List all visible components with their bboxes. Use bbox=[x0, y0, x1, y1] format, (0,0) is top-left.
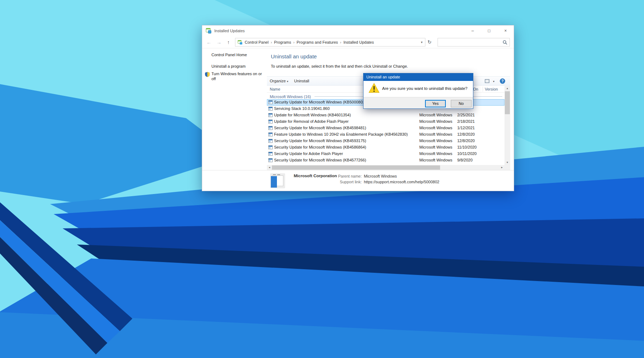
cell-program: Microsoft Windows bbox=[419, 132, 452, 136]
cell-installed-on: 10/11/2020 bbox=[457, 151, 477, 156]
cell-name: Security Update for Adobe Flash Player bbox=[274, 151, 343, 156]
table-row[interactable]: Feature Update to Windows 10 20H2 via En… bbox=[267, 131, 504, 138]
maximize-button[interactable]: □ bbox=[481, 25, 497, 36]
cell-installed-on: 1/12/2021 bbox=[457, 126, 475, 130]
breadcrumb-separator-icon: › bbox=[293, 40, 294, 44]
cell-name: Security Update for Microsoft Windows (K… bbox=[274, 158, 366, 162]
cell-installed-on: 12/8/2020 bbox=[457, 139, 475, 143]
update-item-icon bbox=[268, 132, 273, 136]
cell-program: Microsoft Windows bbox=[419, 119, 452, 124]
table-row[interactable]: Security Update for Adobe Flash PlayerMi… bbox=[267, 151, 504, 157]
desktop: Installed Updates – □ × ← → ↑ Control Pa… bbox=[0, 0, 644, 358]
minimize-button[interactable]: – bbox=[464, 25, 481, 36]
horizontal-scrollbar-thumb[interactable] bbox=[272, 165, 440, 170]
table-row[interactable]: Update for Removal of Adobe Flash Player… bbox=[267, 118, 504, 125]
refresh-icon[interactable]: ↻ bbox=[428, 39, 431, 45]
uninstall-button[interactable]: Uninstall bbox=[294, 79, 309, 83]
organize-button[interactable]: Organize ▾ bbox=[270, 79, 288, 83]
uac-shield-icon bbox=[205, 72, 210, 77]
cell-name: Security Update for Microsoft Windows (K… bbox=[274, 145, 366, 149]
scrollbar-corner bbox=[504, 165, 510, 170]
update-item-icon bbox=[268, 145, 273, 149]
organize-dropdown-icon: ▾ bbox=[287, 80, 288, 83]
update-item-icon bbox=[268, 152, 273, 156]
title-bar[interactable]: Installed Updates – □ × bbox=[202, 25, 514, 36]
warning-icon bbox=[369, 83, 380, 93]
installed-updates-app-icon bbox=[206, 28, 211, 34]
cell-installed-on: 12/8/2020 bbox=[457, 132, 475, 136]
breadcrumb-item[interactable]: Installed Updates bbox=[343, 40, 374, 44]
table-row[interactable]: Update for Microsoft Windows (KB4601354)… bbox=[267, 112, 504, 118]
cell-installed-on: 2/18/2021 bbox=[457, 119, 475, 124]
update-item-icon bbox=[268, 120, 273, 124]
scroll-left-icon[interactable]: ◄ bbox=[267, 165, 272, 170]
cell-program: Microsoft Windows bbox=[419, 158, 452, 162]
details-pane-separator bbox=[202, 170, 514, 170]
view-dropdown-icon[interactable]: ▾ bbox=[493, 80, 494, 83]
navigation-bar: ← → ↑ Control Panel›Programs›Programs an… bbox=[202, 36, 514, 48]
yes-button[interactable]: Yes bbox=[425, 100, 446, 107]
column-header-version[interactable]: Version bbox=[485, 87, 498, 91]
cell-program: Microsoft Windows bbox=[419, 151, 452, 156]
breadcrumb: Control Panel›Programs›Programs and Feat… bbox=[245, 40, 420, 44]
back-icon[interactable]: ← bbox=[206, 39, 211, 45]
cell-program: Microsoft Windows bbox=[419, 139, 452, 143]
breadcrumb-item[interactable]: Programs bbox=[274, 40, 291, 44]
table-row[interactable]: Security Update for Microsoft Windows (K… bbox=[267, 144, 504, 151]
group-header-label: Microsoft Windows (16) bbox=[270, 95, 311, 99]
close-button[interactable]: × bbox=[497, 25, 514, 36]
search-input[interactable] bbox=[440, 40, 503, 44]
cell-name: Security Update for Microsoft Windows (K… bbox=[274, 139, 366, 143]
table-row[interactable]: Security Update for Microsoft Windows (K… bbox=[267, 138, 504, 144]
update-item-icon bbox=[268, 100, 273, 104]
cell-installed-on: 2/25/2021 bbox=[457, 113, 475, 117]
details-support-link[interactable]: https://support.microsoft.com/help/50008… bbox=[364, 180, 439, 184]
up-icon[interactable]: ↑ bbox=[227, 39, 230, 45]
update-item-icon bbox=[268, 107, 273, 111]
update-item-icon bbox=[268, 113, 273, 117]
search-icon bbox=[503, 40, 507, 45]
details-parent-value: Microsoft Windows bbox=[364, 174, 397, 178]
help-icon[interactable]: ? bbox=[500, 78, 505, 84]
breadcrumb-item[interactable]: Programs and Features bbox=[297, 40, 338, 44]
table-row[interactable]: Security Update for Microsoft Windows (K… bbox=[267, 125, 504, 131]
cell-installed-on: 9/8/2020 bbox=[457, 158, 473, 162]
address-bar[interactable]: Control Panel›Programs›Programs and Feat… bbox=[235, 38, 425, 47]
update-item-icon bbox=[268, 139, 273, 143]
uninstall-confirm-dialog: Uninstall an update Are you sure you wan… bbox=[363, 73, 473, 109]
selected-update-icon bbox=[270, 173, 285, 188]
cell-program: Microsoft Windows bbox=[419, 145, 452, 149]
table-row[interactable]: Security Update for Microsoft Windows (K… bbox=[267, 157, 504, 164]
window-title: Installed Updates bbox=[214, 29, 245, 33]
dialog-message: Are you sure you want to uninstall this … bbox=[382, 86, 467, 91]
column-header-name[interactable]: Name bbox=[270, 87, 280, 91]
vertical-scrollbar[interactable]: ▲ ▼ bbox=[504, 86, 510, 165]
location-icon bbox=[238, 40, 243, 45]
sidebar-item-uninstall-a-program[interactable]: Uninstall a program bbox=[211, 64, 245, 68]
cell-name: Servicing Stack 10.0.19041.860 bbox=[274, 106, 330, 111]
scroll-up-icon[interactable]: ▲ bbox=[504, 86, 510, 91]
sidebar-item-turn-windows-features[interactable]: Turn Windows features on or off bbox=[211, 71, 266, 81]
scroll-down-icon[interactable]: ▼ bbox=[504, 160, 510, 165]
details-parent-label: Parent name: bbox=[330, 174, 362, 178]
cell-installed-on: 11/10/2020 bbox=[457, 145, 477, 149]
sidebar-item-control-panel-home[interactable]: Control Panel Home bbox=[211, 53, 247, 57]
search-box[interactable] bbox=[438, 38, 510, 47]
cell-name: Feature Update to Windows 10 20H2 via En… bbox=[274, 132, 408, 136]
breadcrumb-item[interactable]: Control Panel bbox=[245, 40, 269, 44]
dialog-title-bar[interactable]: Uninstall an update bbox=[364, 73, 473, 81]
breadcrumb-separator-icon: › bbox=[340, 40, 341, 44]
column-separator bbox=[483, 87, 483, 92]
forward-icon[interactable]: → bbox=[216, 39, 221, 45]
address-dropdown-icon[interactable]: ▾ bbox=[420, 40, 424, 44]
scroll-right-icon[interactable]: ► bbox=[499, 165, 504, 170]
page-instruction: To uninstall an update, select it from t… bbox=[271, 64, 408, 68]
horizontal-scrollbar[interactable]: ◄ ► bbox=[267, 165, 504, 170]
no-button[interactable]: No bbox=[451, 100, 472, 107]
view-layout-icon[interactable] bbox=[485, 79, 489, 83]
cell-program: Microsoft Windows bbox=[419, 126, 452, 130]
update-item-icon bbox=[268, 126, 273, 130]
vertical-scrollbar-thumb[interactable] bbox=[505, 91, 510, 114]
cell-program: Microsoft Windows bbox=[419, 113, 452, 117]
page-title: Uninstall an update bbox=[271, 53, 317, 59]
